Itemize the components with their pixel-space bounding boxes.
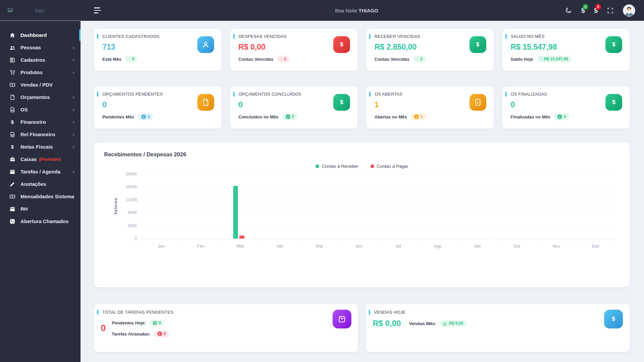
exclamation-icon: !: [414, 114, 419, 119]
task-row-label: Tarefas Atrasadas:: [112, 331, 151, 337]
card-title-row: CLIENTES CADASTRADOS: [97, 34, 215, 39]
sidebar-item-label: Abertura Chamados: [20, 218, 68, 224]
chart-category-jul: [379, 174, 418, 239]
arrow-up-icon: ↑: [128, 57, 130, 61]
chart-category-out: [497, 174, 537, 239]
badge-text: 1: [420, 114, 423, 119]
chevron-right-icon: ›: [72, 57, 75, 63]
card-title: ORÇAMENTOS PENDENTES: [102, 92, 163, 97]
sidebar-item-dashboard[interactable]: Dashboard: [0, 29, 81, 41]
legend-dot: [370, 164, 374, 168]
card-title-row: ORÇAMENTOS CONCLUÍDOS: [233, 92, 351, 97]
receivables-notification-button[interactable]: $ 2: [581, 7, 585, 14]
card-title: VENDAS HOJE: [374, 310, 406, 315]
sidebar-item-produtos[interactable]: Produtos›: [0, 66, 81, 79]
sales-body: R$ 0,00 Vendas Mês: R$ 0,00: [373, 319, 623, 328]
accent-bar: [369, 34, 370, 39]
sidebar-item-financeiro[interactable]: $Financeiro›: [0, 116, 81, 128]
legend-label: Contas à Pagar: [377, 164, 408, 169]
dashboard-content: CLIENTES CADASTRADOS713Este Mês↑0DESPESA…: [81, 21, 644, 362]
sidebar-item-rh[interactable]: RH: [0, 203, 81, 215]
chart-title: Recebimentos / Despesas 2026: [104, 151, 620, 158]
sidebar-item-os[interactable]: PDFOS›: [0, 103, 81, 116]
y-axis-label: Valores: [113, 198, 118, 215]
gridline: [142, 239, 615, 239]
sidebar-item-label: Notas Fiscais: [20, 144, 53, 150]
stat-card-os-finalizadas: OS FINALIZADAS0Finalizadas no Mês✓0$: [502, 87, 630, 128]
chevron-right-icon: ›: [72, 69, 75, 75]
chart-category-dez: [576, 174, 615, 239]
accent-bar: [505, 92, 507, 97]
card-title-row: DESPESAS VENCIDAS: [233, 34, 351, 39]
menu-icon: [94, 7, 100, 8]
logo[interactable]: logo: [0, 0, 81, 21]
accent-bar: [233, 34, 235, 39]
x-tick-label: Jul: [379, 244, 418, 249]
header-actions: $ 2 $ 0: [565, 4, 635, 17]
sidebar-item-pessoas[interactable]: Pessoas›: [0, 41, 81, 54]
briefcase-icon: [9, 156, 15, 162]
sidebar-item-abertura-chamados[interactable]: Abertura Chamados: [0, 215, 81, 227]
y-tick-label: 12000: [126, 198, 137, 202]
sidebar-item-label: Pessoas: [20, 45, 41, 50]
sidebar-item-suffix: (Fechado): [39, 157, 61, 162]
task-row-label: Pendentes Hoje:: [112, 320, 146, 325]
sidebar-item-cadastros[interactable]: Cadastros›: [0, 54, 81, 66]
svg-text:PDF: PDF: [11, 109, 14, 111]
broken-image-icon: [7, 7, 13, 13]
avatar[interactable]: [623, 4, 635, 17]
tasks-card: TOTAL DE TAREFAS PENDENTES 0 Pendentes H…: [94, 304, 358, 352]
badge-pill: ↑2: [413, 56, 426, 62]
sidebar-item-rel-financeiro[interactable]: PDFRel Financeiro›: [0, 128, 81, 141]
chart-card: Recebimentos / Despesas 2026 Contas à Re…: [94, 143, 630, 287]
pen-icon: [9, 181, 15, 187]
payables-notification-button[interactable]: $ 0: [594, 7, 598, 14]
chevron-right-icon: ›: [72, 94, 75, 100]
arrow-down-icon: ↓: [281, 57, 283, 61]
dollar-icon: $: [333, 94, 350, 111]
svg-text:A: A: [477, 101, 479, 104]
sidebar-item-label: Tarefas / Agenda: [20, 169, 60, 174]
sidebar-item-orcamentos[interactable]: Orçamentos›: [0, 91, 81, 103]
task-row: Pendentes Hoje: 0: [112, 319, 169, 326]
calendar-icon: [9, 206, 15, 212]
card-title: SALDO NO MÊS: [511, 34, 545, 39]
home-icon: [9, 32, 15, 38]
dark-mode-button[interactable]: [565, 7, 572, 14]
logo-alt-text: logo: [13, 7, 75, 13]
sidebar-item-tarefas-agenda[interactable]: Tarefas / Agenda›: [0, 165, 81, 178]
card-title-row: ORÇAMENTOS PENDENTES: [97, 92, 215, 97]
info-icon: i: [141, 114, 146, 119]
sidebar-item-anotacoes[interactable]: Anotações: [0, 178, 81, 190]
x-tick-label: Out: [497, 244, 537, 249]
legend-item-contas-a-receber[interactable]: Contas à Receber: [315, 164, 358, 169]
sidebar-item-caixas[interactable]: Caixas(Fechado): [0, 153, 81, 165]
moon-icon: [565, 7, 572, 14]
chart-category-fev: [181, 174, 221, 239]
save-icon: [9, 57, 15, 63]
badge-pill: R$ 0,00: [440, 320, 466, 327]
task-row: Tarefas Atrasadas: ! 0: [112, 330, 169, 337]
fullscreen-button[interactable]: [607, 7, 614, 14]
sidebar-item-notas-fiscais[interactable]: $Notas Fiscais›: [0, 141, 81, 153]
sidebar-item-label: Anotações: [20, 181, 46, 187]
sidebar-item-mensalidades-sistema[interactable]: Mensalidades Sistema: [0, 190, 81, 203]
sidebar-item-label: Cadastros: [20, 57, 45, 63]
svg-text:PDF: PDF: [11, 134, 14, 136]
sales-today-value: R$ 0,00: [373, 319, 401, 328]
card-label: Este Mês: [102, 57, 121, 62]
x-tick-label: Abr: [260, 244, 300, 249]
chart-bar: [239, 236, 244, 239]
arrow-up-icon: ↑: [416, 57, 418, 61]
legend-item-contas-a-pagar[interactable]: Contas à Pagar: [370, 164, 408, 169]
sidebar-item-vendas-pdv[interactable]: Vendas / PDV: [0, 79, 81, 91]
dollar-icon: $: [469, 36, 486, 53]
file-pdf-icon: A: [469, 94, 486, 111]
bottom-row: TOTAL DE TAREFAS PENDENTES 0 Pendentes H…: [94, 304, 630, 352]
menu-toggle-button[interactable]: [94, 7, 101, 14]
y-tick-label: 4000: [128, 223, 137, 228]
badge-text: 0: [148, 114, 150, 119]
x-tick-label: Fev: [181, 244, 221, 249]
stat-card-receber-vencidas: RECEBER VENCIDASR$ 2.850,00Contas Vencid…: [366, 29, 494, 71]
badge-pill: ✓0: [282, 113, 298, 120]
